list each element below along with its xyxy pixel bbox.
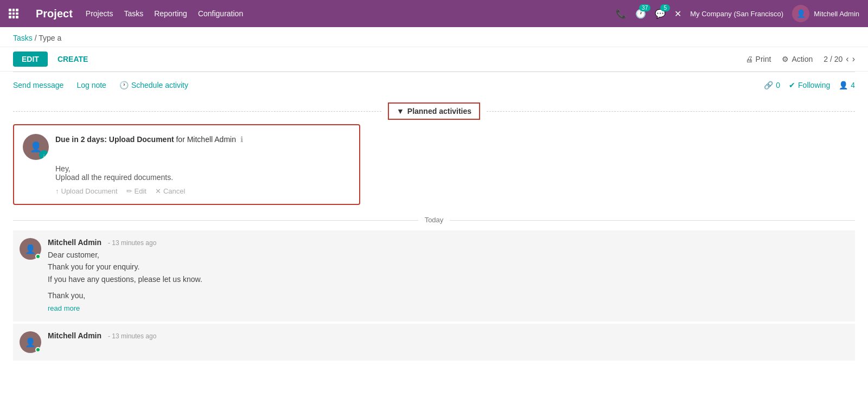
breadcrumb-parent[interactable]: Tasks bbox=[13, 34, 33, 42]
following-button[interactable]: ✔ Following bbox=[789, 81, 830, 89]
message-author-1: Mitchell Admin bbox=[48, 331, 101, 340]
activity-icon[interactable]: 🕐 37 bbox=[635, 9, 646, 19]
top-navigation: Project Projects Tasks Reporting Configu… bbox=[0, 0, 868, 27]
pagination-text: 2 / 20 bbox=[824, 55, 843, 63]
phone-icon[interactable]: 📞 bbox=[616, 9, 627, 19]
schedule-activity-label: Schedule activity bbox=[131, 81, 188, 89]
pencil-icon: ✏ bbox=[126, 187, 132, 195]
activity-avatar-badge: ↓ bbox=[39, 150, 49, 160]
next-button[interactable]: › bbox=[852, 54, 855, 64]
link-count-button[interactable]: 🔗 0 bbox=[764, 81, 780, 89]
planned-activities-section: ▼ Planned activities bbox=[13, 102, 855, 120]
activity-card-header: 👤 ↓ Due in 2 days: Upload Document for M… bbox=[23, 134, 350, 160]
menu-tasks[interactable]: Tasks bbox=[124, 9, 143, 18]
planned-activities-toggle[interactable]: ▼ Planned activities bbox=[388, 102, 480, 120]
planned-right-line bbox=[487, 111, 855, 112]
activity-avatar: 👤 ↓ bbox=[23, 134, 49, 160]
followers-button[interactable]: 👤 4 bbox=[839, 81, 855, 89]
activity-for-text: for Mitchell Admin bbox=[176, 135, 235, 144]
activity-info-icon: ℹ bbox=[240, 135, 243, 144]
message-item-1: 👤 Mitchell Admin - 13 minutes ago bbox=[13, 324, 855, 361]
app-logo: Project bbox=[36, 8, 73, 20]
menu-reporting[interactable]: Reporting bbox=[154, 9, 187, 18]
link-icon: 🔗 bbox=[764, 81, 773, 89]
activity-title: Due in 2 days: Upload Document for Mitch… bbox=[55, 134, 243, 145]
activity-card-actions: ↑ Upload Document ✏ Edit ✕ Cancel bbox=[55, 187, 350, 195]
action-bar: EDIT CREATE 🖨 Print ⚙ Action 2 / 20 ‹ › bbox=[0, 47, 868, 72]
msg-line3-0: If you have any questions, please let us… bbox=[48, 273, 848, 285]
messages-badge: 5 bbox=[660, 4, 670, 11]
cancel-label: Cancel bbox=[163, 187, 185, 195]
user-name: Mitchell Admin bbox=[814, 10, 859, 18]
msg-line2-0: Thank you for your enquiry. bbox=[48, 261, 848, 273]
following-label: Following bbox=[798, 81, 830, 89]
message-time-0: - 13 minutes ago bbox=[108, 239, 156, 247]
message-time-1: - 13 minutes ago bbox=[108, 332, 156, 340]
upload-document-action[interactable]: ↑ Upload Document bbox=[55, 187, 118, 195]
online-status-0 bbox=[35, 254, 41, 259]
planned-left-line bbox=[13, 111, 381, 112]
print-label: Print bbox=[756, 55, 771, 63]
top-right-icons: 📞 🕐 37 💬 5 ✕ My Company (San Francisco) … bbox=[616, 5, 859, 22]
print-button[interactable]: 🖨 Print bbox=[745, 55, 771, 63]
message-author-0: Mitchell Admin bbox=[48, 238, 101, 247]
apps-grid-icon[interactable] bbox=[9, 9, 18, 18]
people-icon: 👤 bbox=[839, 81, 848, 89]
prev-button[interactable]: ‹ bbox=[846, 54, 848, 64]
action-bar-right: 🖨 Print ⚙ Action 2 / 20 ‹ › bbox=[745, 54, 855, 64]
chatter-area: Send message Log note 🕐 Schedule activit… bbox=[0, 72, 868, 363]
upload-icon: ↑ bbox=[55, 187, 59, 195]
message-thread: 👤 Mitchell Admin - 13 minutes ago Dear c… bbox=[13, 230, 855, 363]
cancel-action[interactable]: ✕ Cancel bbox=[155, 187, 185, 195]
company-name: My Company (San Francisco) bbox=[690, 10, 783, 18]
messages-icon[interactable]: 💬 5 bbox=[655, 9, 666, 19]
activity-body: Hey, Upload all the required documents. bbox=[55, 164, 350, 182]
activity-body-line2: Upload all the required documents. bbox=[55, 173, 350, 182]
pagination: 2 / 20 ‹ › bbox=[824, 54, 855, 64]
clock-icon: 🕐 bbox=[119, 81, 129, 89]
edit-label: Edit bbox=[135, 187, 146, 195]
planned-activities-label: Planned activities bbox=[407, 107, 471, 115]
msg-line1-0: Dear customer, bbox=[48, 249, 848, 261]
message-avatar-0: 👤 bbox=[20, 238, 41, 260]
activity-body-line1: Hey, bbox=[55, 164, 350, 173]
activity-doc-title: Upload Document bbox=[109, 135, 174, 144]
msg-line5-0: Thank you, bbox=[48, 290, 848, 301]
log-note-label: Log note bbox=[76, 81, 106, 89]
message-content-1: Mitchell Admin - 13 minutes ago bbox=[48, 331, 848, 342]
menu-projects[interactable]: Projects bbox=[86, 9, 113, 18]
send-message-button[interactable]: Send message bbox=[13, 81, 63, 89]
log-note-button[interactable]: Log note bbox=[76, 81, 106, 89]
print-icon: 🖨 bbox=[745, 55, 753, 63]
message-content-0: Mitchell Admin - 13 minutes ago Dear cus… bbox=[48, 238, 848, 314]
user-avatar: 👤 bbox=[792, 5, 809, 22]
today-divider: Today bbox=[13, 216, 855, 224]
top-menu: Projects Tasks Reporting Configuration bbox=[86, 9, 243, 18]
chatter-right-actions: 🔗 0 ✔ Following 👤 4 bbox=[764, 81, 855, 89]
message-item: 👤 Mitchell Admin - 13 minutes ago Dear c… bbox=[13, 230, 855, 322]
user-menu[interactable]: 👤 Mitchell Admin bbox=[792, 5, 859, 22]
breadcrumb: Tasks / Type a bbox=[0, 27, 868, 47]
link-count: 0 bbox=[776, 81, 780, 89]
upload-document-label: Upload Document bbox=[61, 187, 118, 195]
gear-icon: ⚙ bbox=[782, 55, 789, 63]
check-icon: ✔ bbox=[789, 81, 795, 89]
edit-button[interactable]: EDIT bbox=[13, 52, 48, 67]
message-body-0: Dear customer, Thank you for your enquir… bbox=[48, 249, 848, 314]
today-label: Today bbox=[418, 216, 450, 224]
close-icon[interactable]: ✕ bbox=[674, 9, 681, 19]
read-more-0[interactable]: read more bbox=[48, 304, 80, 312]
followers-count: 4 bbox=[851, 81, 855, 89]
activity-badge: 37 bbox=[639, 4, 650, 11]
message-avatar-1: 👤 bbox=[20, 331, 41, 353]
schedule-activity-button[interactable]: 🕐 Schedule activity bbox=[119, 81, 188, 89]
send-message-label: Send message bbox=[13, 81, 63, 89]
message-actions-bar: Send message Log note 🕐 Schedule activit… bbox=[13, 72, 855, 98]
create-button[interactable]: CREATE bbox=[52, 52, 94, 67]
activity-card: 👤 ↓ Due in 2 days: Upload Document for M… bbox=[13, 124, 360, 205]
edit-action[interactable]: ✏ Edit bbox=[126, 187, 146, 195]
online-status-1 bbox=[35, 347, 41, 352]
action-button[interactable]: ⚙ Action bbox=[782, 55, 813, 63]
activity-due-label: Due in 2 days: bbox=[55, 135, 107, 144]
menu-configuration[interactable]: Configuration bbox=[198, 9, 243, 18]
